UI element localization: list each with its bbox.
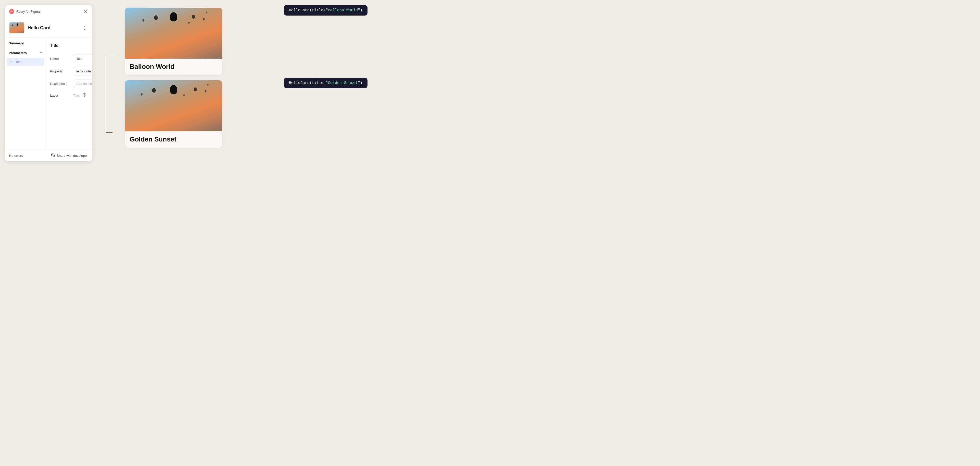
parameters-section-header: Parameters + <box>5 47 46 57</box>
property-select-wrap: text-content visible text-style ▾ <box>73 67 92 76</box>
card-body-1: Balloon World <box>125 59 222 75</box>
relay-logo-icon <box>9 9 14 14</box>
card-2: Golden Sunset <box>125 80 222 148</box>
component-header-left: Hello World Hello Card <box>9 22 51 33</box>
name-field-row: Name <box>50 55 92 63</box>
share-icon <box>51 154 55 158</box>
share-button[interactable]: Share with developer <box>51 154 88 158</box>
card-1: Balloon World <box>125 8 222 75</box>
crosshair-button[interactable] <box>82 92 87 99</box>
no-errors-label: No errors <box>9 154 23 157</box>
left-panel: Relay for Figma Hello World Hello Card <box>5 5 92 162</box>
panel-footer: No errors Share with developer <box>5 150 92 162</box>
share-label: Share with developer <box>57 154 88 157</box>
name-input[interactable] <box>73 55 92 63</box>
layer-field-row: Layer Title <box>50 92 92 99</box>
component-header: Hello World Hello Card ⋮ <box>5 18 92 38</box>
svg-point-0 <box>83 93 86 97</box>
code-tooltip-1: HelloCard(title="Balloon World") <box>284 5 368 16</box>
component-name: Hello Card <box>27 25 51 30</box>
preview-cards: HelloCard(title="Balloon World") <box>125 5 363 148</box>
component-thumbnail: Hello World <box>9 22 24 33</box>
tooltip-string-close-1: " <box>358 8 360 13</box>
content-area: Summary Parameters + T Title Title <box>5 38 92 150</box>
card-image-2 <box>125 80 222 131</box>
card-image-1 <box>125 8 222 59</box>
layer-field-label: Layer <box>50 94 70 97</box>
summary-nav[interactable]: Summary <box>5 38 46 47</box>
property-field-row: Property text-content visible text-style… <box>50 67 92 76</box>
card-body-2: Golden Sunset <box>125 131 222 148</box>
sidebar-pane: Summary Parameters + T Title <box>5 38 46 150</box>
tooltip-prefix-1: HelloCard(title= <box>289 8 326 13</box>
tooltip-value-2: Golden Sunset <box>328 81 358 85</box>
description-field-row: Description <box>50 79 92 88</box>
layer-value: Title <box>73 94 79 97</box>
property-select[interactable]: text-content visible text-style <box>73 67 92 76</box>
preview-card-wrapper-1: HelloCard(title="Balloon World") <box>125 8 363 75</box>
sidebar-item-title[interactable]: T Title <box>6 58 44 66</box>
tooltip-prefix-2: HelloCard(title= <box>289 81 326 85</box>
detail-pane-header: Title <box>50 42 92 49</box>
tooltip-string-close-2: " <box>358 81 360 85</box>
preview-card-wrapper-2: HelloCard(title="Golden Sunset") <box>125 80 363 148</box>
panel-header-left: Relay for Figma <box>9 9 40 14</box>
card-title-2: Golden Sunset <box>130 135 177 143</box>
sidebar-item-label: Title <box>15 60 21 64</box>
name-field-label: Name <box>50 57 70 61</box>
preview-area: HelloCard(title="Balloon World") <box>125 5 363 148</box>
tooltip-value-1: Balloon World <box>328 8 358 13</box>
detail-pane: Title Name Property <box>46 38 92 150</box>
panel-header: Relay for Figma <box>5 5 92 18</box>
property-field-label: Property <box>50 69 70 73</box>
svg-point-1 <box>84 94 85 95</box>
text-type-icon: T <box>10 60 14 63</box>
app-title: Relay for Figma <box>16 10 40 14</box>
more-options-button[interactable]: ⋮ <box>81 24 88 32</box>
parameters-title: Parameters <box>9 51 27 55</box>
description-field-label: Description <box>50 82 70 86</box>
detail-title: Title <box>50 43 59 48</box>
add-parameter-button[interactable]: + <box>40 51 42 55</box>
close-button[interactable] <box>83 9 88 14</box>
tooltip-string-open-2: " <box>326 81 328 85</box>
app-container: Relay for Figma Hello World Hello Card <box>5 5 363 162</box>
card-title-1: Balloon World <box>130 63 175 70</box>
bracket-connector <box>102 51 115 138</box>
tooltip-string-open-1: " <box>326 8 328 13</box>
code-tooltip-2: HelloCard(title="Golden Sunset") <box>284 78 368 88</box>
description-input[interactable] <box>73 79 92 88</box>
